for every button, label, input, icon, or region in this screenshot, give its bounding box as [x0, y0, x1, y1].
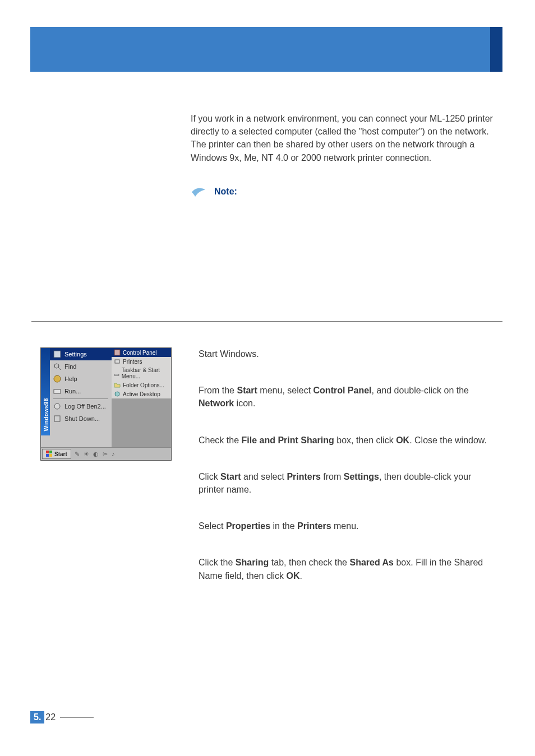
step-1: Start Windows.	[199, 347, 499, 360]
menu-item-logoff[interactable]: Log Off Ben2...	[41, 400, 112, 412]
step-4: Click Start and select Printers from Set…	[199, 470, 499, 496]
folder-icon	[114, 382, 121, 388]
menu-item-shutdown[interactable]: Shut Down...	[41, 412, 112, 425]
shutdown-icon	[53, 415, 61, 423]
page-number-rule	[60, 717, 94, 718]
menu-label: Find	[64, 363, 76, 370]
run-icon	[53, 387, 61, 395]
intro-text: If you work in a network environment, yo…	[191, 112, 499, 164]
submenu-label: Taskbar & Start Menu...	[122, 367, 169, 379]
svg-point-5	[54, 403, 60, 409]
svg-point-3	[54, 375, 61, 382]
menu-item-run[interactable]: Run...	[41, 385, 112, 397]
help-icon	[53, 375, 61, 383]
active-desktop-icon	[114, 391, 121, 397]
menu-item-settings[interactable]: Settings	[41, 348, 112, 360]
submenu-printers[interactable]: Printers	[112, 357, 171, 366]
section-divider	[31, 321, 502, 322]
submenu-control-panel[interactable]: Control Panel	[112, 348, 171, 357]
svg-point-1	[54, 364, 59, 368]
start-button-label: Start	[54, 451, 67, 457]
step-5: Select Properties in the Printers menu.	[199, 520, 499, 532]
start-button[interactable]: Start	[42, 449, 71, 459]
svg-line-2	[58, 368, 61, 370]
page-number: 5.22	[30, 711, 94, 723]
intro-block: If you work in a network environment, yo…	[191, 112, 499, 198]
control-panel-icon	[114, 349, 121, 356]
svg-rect-6	[54, 416, 60, 421]
note-label: Note:	[214, 187, 237, 197]
menu-label: Log Off Ben2...	[64, 403, 106, 410]
step-3: Check the File and Print Sharing box, th…	[199, 434, 499, 447]
step-6: Click the Sharing tab, then check the Sh…	[199, 556, 499, 582]
menu-label: Shut Down...	[64, 415, 100, 422]
header-band	[30, 27, 502, 72]
strip-label: Windows98	[43, 392, 49, 432]
logoff-icon	[53, 402, 61, 410]
submenu-taskbar[interactable]: Taskbar & Start Menu...	[112, 366, 171, 381]
taskbar-icon	[114, 370, 119, 377]
chapter-number: 5.	[30, 711, 44, 723]
svg-rect-15	[49, 454, 52, 457]
header-notch	[490, 27, 502, 72]
svg-rect-12	[46, 451, 49, 453]
svg-rect-0	[54, 351, 61, 358]
svg-rect-7	[114, 350, 120, 355]
find-icon	[53, 363, 61, 370]
menu-label: Run...	[64, 388, 81, 395]
checkmark-icon	[191, 185, 211, 198]
svg-rect-4	[54, 389, 61, 393]
svg-rect-13	[49, 451, 52, 453]
settings-icon	[53, 350, 61, 358]
menu-label: Settings	[64, 351, 87, 358]
taskbar-tray: ✎ ☀ ◐ ✂ ♪	[75, 451, 116, 458]
svg-rect-8	[115, 360, 119, 363]
taskbar: Start ✎ ☀ ◐ ✂ ♪	[41, 447, 171, 460]
menu-label: Help	[64, 375, 77, 382]
submenu-active-desktop[interactable]: Active Desktop	[112, 389, 171, 398]
menu-item-find[interactable]: Find	[41, 360, 112, 373]
submenu-label: Control Panel	[123, 350, 157, 356]
submenu-label: Active Desktop	[123, 391, 160, 397]
note-row: Note:	[191, 185, 499, 198]
submenu-label: Folder Options...	[123, 382, 164, 388]
menu-item-help[interactable]: Help	[41, 373, 112, 385]
start-menu-screenshot: Windows98 Settings Find Help Run... Lo	[40, 347, 172, 461]
svg-rect-9	[114, 374, 119, 375]
page-sub-number: 22	[44, 712, 56, 722]
steps-list: Start Windows. From the Start menu, sele…	[199, 347, 499, 606]
step-2: From the Start menu, select Control Pane…	[199, 384, 499, 410]
svg-point-10	[115, 392, 119, 396]
step-text: Start Windows.	[199, 349, 259, 359]
menu-separator	[53, 398, 108, 399]
svg-rect-14	[46, 454, 49, 457]
printers-icon	[114, 358, 121, 365]
submenu-empty-area	[112, 398, 171, 448]
start-menu-vertical-strip: Windows98	[41, 348, 50, 435]
windows-flag-icon	[46, 451, 53, 457]
start-menu-left-column: Windows98 Settings Find Help Run... Lo	[41, 348, 112, 448]
document-page: If you work in a network environment, yo…	[0, 0, 535, 756]
submenu-folder-options[interactable]: Folder Options...	[112, 381, 171, 389]
submenu-label: Printers	[123, 359, 142, 365]
